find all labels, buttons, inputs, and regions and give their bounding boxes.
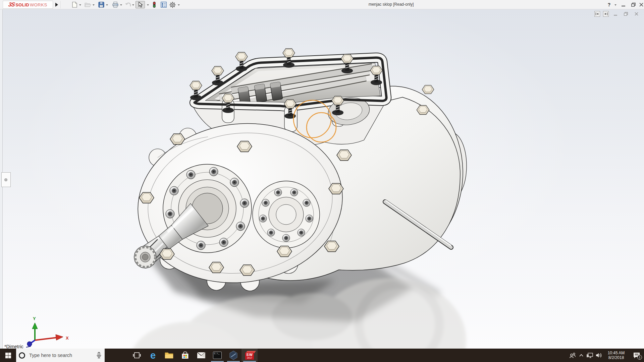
system-tray: 10:45 AM 8/2/2018 1 bbox=[568, 349, 644, 362]
notification-badge: 1 bbox=[637, 355, 642, 360]
gearbox-model[interactable] bbox=[0, 9, 644, 349]
help-button[interactable]: ? bbox=[606, 1, 612, 8]
taskbar-search[interactable] bbox=[16, 349, 105, 362]
windows-logo-icon bbox=[5, 353, 11, 358]
doc-close-button[interactable] bbox=[633, 11, 640, 17]
start-button[interactable] bbox=[0, 349, 16, 362]
solidworks-button[interactable]: SW 2017 bbox=[241, 349, 258, 362]
pane-toggle-left-button[interactable] bbox=[594, 11, 600, 17]
lights-button[interactable] bbox=[150, 1, 158, 8]
menu-flyout-icon[interactable] bbox=[55, 2, 59, 7]
hex-app-button[interactable] bbox=[225, 349, 241, 362]
solidworks-window: 3S SOLIDWORKS bbox=[0, 0, 644, 362]
collapsed-panel-tab[interactable] bbox=[1, 172, 11, 187]
edge-button[interactable]: e bbox=[145, 349, 161, 362]
undo-button[interactable] bbox=[124, 1, 132, 8]
traffic-lights-icon bbox=[152, 1, 156, 8]
cortana-icon bbox=[19, 352, 25, 359]
new-document-caret[interactable] bbox=[78, 4, 82, 6]
x-axis-label: X bbox=[66, 336, 69, 341]
people-icon[interactable] bbox=[568, 349, 577, 362]
pane-right-icon bbox=[604, 12, 608, 16]
select-cursor-icon bbox=[138, 2, 143, 8]
task-view-icon bbox=[133, 352, 141, 359]
panel-tab-dot bbox=[4, 178, 7, 181]
doc-restore-button[interactable] bbox=[622, 11, 630, 17]
save-icon bbox=[98, 2, 104, 8]
properties-list-button[interactable] bbox=[160, 1, 168, 8]
top-cover-opening bbox=[195, 58, 386, 132]
file-explorer-icon bbox=[165, 352, 173, 359]
select-tool-caret[interactable] bbox=[146, 4, 150, 6]
print-caret[interactable] bbox=[119, 4, 123, 6]
action-center-button[interactable]: 1 bbox=[629, 349, 644, 362]
tray-clock[interactable]: 10:45 AM 8/2/2018 bbox=[605, 351, 627, 360]
y-axis-label: Y bbox=[33, 316, 36, 321]
document-window-controls bbox=[594, 11, 640, 17]
save-button[interactable] bbox=[97, 1, 105, 8]
view-orientation-label: *Dimetric bbox=[4, 344, 23, 349]
task-view-button[interactable] bbox=[129, 349, 145, 362]
z-axis-knob bbox=[27, 342, 32, 346]
minimize-button[interactable] bbox=[619, 1, 628, 9]
options-button[interactable] bbox=[168, 1, 176, 8]
doc-minimize-icon bbox=[614, 12, 617, 16]
graphics-area[interactable]: Y X *Dimetric bbox=[0, 9, 644, 349]
close-icon bbox=[639, 3, 643, 7]
properties-list-icon bbox=[161, 2, 167, 8]
file-explorer-button[interactable] bbox=[161, 349, 177, 362]
minimize-icon bbox=[622, 3, 625, 7]
doc-restore-icon bbox=[624, 12, 628, 16]
close-button[interactable] bbox=[637, 1, 644, 9]
undo-icon bbox=[125, 2, 131, 7]
doc-minimize-button[interactable] bbox=[612, 11, 619, 17]
window-title: menjac sklop [Read-only] bbox=[369, 2, 414, 7]
solidworks-icon: SW 2017 bbox=[245, 351, 254, 360]
select-tool-button[interactable] bbox=[136, 1, 145, 8]
brand-mark: 3S bbox=[8, 1, 15, 8]
open-button[interactable] bbox=[84, 1, 92, 8]
gear-icon bbox=[169, 2, 176, 8]
store-button[interactable] bbox=[177, 349, 193, 362]
microphone-icon[interactable] bbox=[97, 352, 101, 359]
network-icon[interactable] bbox=[586, 349, 594, 362]
tray-chevron-icon[interactable] bbox=[577, 349, 586, 362]
taskbar: e bbox=[0, 349, 644, 362]
mail-button[interactable] bbox=[193, 349, 209, 362]
mail-icon bbox=[197, 352, 206, 359]
tray-time: 10:45 AM bbox=[605, 351, 627, 355]
open-caret[interactable] bbox=[92, 4, 95, 6]
print-button[interactable] bbox=[111, 1, 119, 8]
edge-icon: e bbox=[150, 351, 156, 360]
save-caret[interactable] bbox=[105, 4, 109, 6]
command-prompt-icon: C:\_ bbox=[213, 352, 222, 359]
undo-caret[interactable] bbox=[131, 4, 135, 6]
y-axis-arrow bbox=[32, 323, 38, 329]
open-icon bbox=[85, 2, 91, 7]
title-bar: 3S SOLIDWORKS bbox=[0, 0, 644, 9]
new-document-icon bbox=[72, 2, 77, 8]
secondary-flange bbox=[253, 181, 320, 248]
pane-left-icon bbox=[595, 12, 599, 16]
options-caret[interactable] bbox=[177, 4, 180, 6]
orientation-triad: Y X bbox=[19, 316, 76, 348]
help-caret[interactable] bbox=[614, 4, 617, 6]
volume-icon[interactable] bbox=[594, 349, 603, 362]
store-icon bbox=[181, 351, 189, 359]
search-input[interactable] bbox=[25, 353, 97, 358]
x-axis-arrow bbox=[56, 335, 63, 340]
toolbar-separator bbox=[60, 1, 61, 8]
pane-toggle-right-button[interactable] bbox=[603, 11, 609, 17]
command-prompt-button[interactable]: C:\_ bbox=[209, 349, 225, 362]
solidworks-logo[interactable]: 3S SOLIDWORKS bbox=[3, 1, 53, 9]
tray-date: 8/2/2018 bbox=[605, 355, 627, 360]
hex-app-icon bbox=[229, 351, 238, 360]
print-icon bbox=[112, 2, 119, 8]
doc-close-icon bbox=[635, 12, 638, 16]
restore-icon bbox=[631, 3, 636, 7]
new-document-button[interactable] bbox=[70, 1, 78, 8]
